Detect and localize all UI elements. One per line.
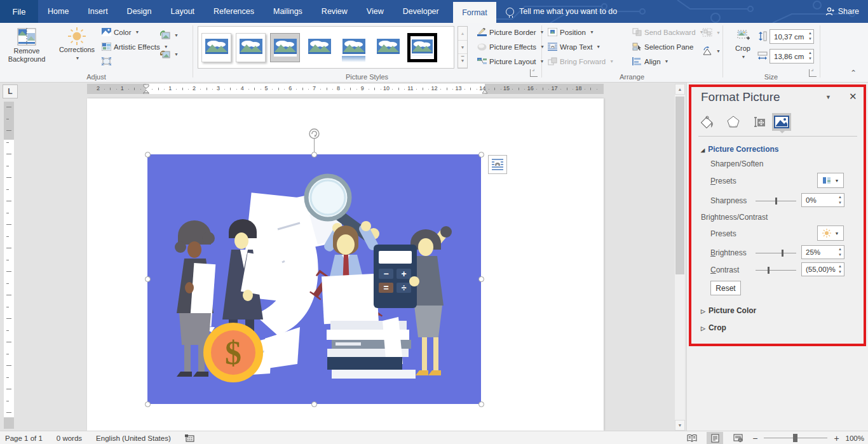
color-button[interactable]: Color ▼ [102,28,139,36]
picture-border-button[interactable]: Picture Border ▼ [477,28,544,36]
scroll-up-arrow[interactable]: ▲ [675,84,685,95]
pane-close-button[interactable]: ✕ [849,91,857,102]
sharpness-slider[interactable] [756,201,796,201]
brightness-spinner[interactable]: ▲▼ [838,246,842,258]
presets-sharpen-dropdown[interactable]: ▼ [817,173,844,188]
right-indent-marker[interactable] [482,89,488,94]
word-count[interactable]: 0 words [57,434,82,442]
pane-options-arrow[interactable]: ▼ [825,94,831,100]
tab-layout[interactable]: Layout [161,0,205,23]
brightness-field[interactable]: 25% ▲▼ [801,245,844,259]
picture-style-thumbnail-7[interactable] [407,33,437,62]
vertical-ruler[interactable] [4,102,14,429]
read-mode-button[interactable] [684,432,700,444]
presets-brightness-dropdown[interactable]: ▼ [817,225,844,241]
change-picture-button[interactable]: ▼ [160,30,179,39]
scrollbar-thumb[interactable] [675,97,684,274]
tab-stop-selector[interactable]: L [3,84,18,98]
tab-file[interactable]: File [0,0,38,23]
web-layout-button[interactable] [729,432,746,444]
section-crop[interactable]: ▷Crop [701,323,726,332]
zoom-slider-thumb[interactable] [793,434,797,442]
picture-effects-button[interactable]: Picture Effects ▼ [477,43,545,51]
document-scrollbar[interactable]: ▲ ▼ [675,84,685,431]
rotate-objects-button[interactable]: ▼ [702,46,721,55]
compress-pictures-button[interactable] [102,57,111,65]
picture-style-thumbnail-5[interactable] [339,33,369,62]
brightness-slider-thumb[interactable] [782,250,783,257]
shape-height-spinner[interactable]: ▲▼ [808,30,812,42]
share-button[interactable]: Share [825,0,859,23]
gallery-scroll-down[interactable]: ▼ [458,41,467,55]
horizontal-ruler[interactable]: 12123456789101112131415161718 [87,84,604,94]
resize-handle-ne[interactable] [478,152,484,158]
shape-width-spinner[interactable]: ▲▼ [808,50,812,62]
tab-fill-line[interactable] [698,113,717,131]
resize-handle-se[interactable] [478,401,484,407]
sharpness-field[interactable]: 0% ▲▼ [801,193,844,207]
tab-developer[interactable]: Developer [393,0,449,23]
tab-home[interactable]: Home [38,0,78,23]
selection-pane-button[interactable]: Selection Pane [632,43,693,51]
picture-style-thumbnail-3[interactable] [270,33,300,62]
zoom-slider[interactable] [764,438,827,438]
contrast-field[interactable]: (55,00)% ▲▼ [801,262,844,276]
gallery-more-button[interactable]: ▼▔ [458,54,467,68]
tab-effects[interactable] [724,113,743,131]
document-page[interactable]: TAX [87,98,604,431]
position-button[interactable]: Position ▼ [548,28,594,36]
tab-design[interactable]: Design [118,0,161,23]
reset-button[interactable]: Reset [710,281,741,295]
rotate-handle[interactable] [309,128,320,139]
layout-options-button[interactable] [488,155,507,174]
tab-references[interactable]: References [204,0,264,23]
resize-handle-n[interactable] [311,152,317,158]
contrast-spinner[interactable]: ▲▼ [838,264,842,275]
tab-review[interactable]: Review [312,0,357,23]
picture-style-thumbnail-1[interactable] [201,33,231,62]
reset-picture-button[interactable]: ▼ [160,50,179,58]
resize-handle-w[interactable] [145,276,151,282]
section-picture-color[interactable]: ▷Picture Color [701,306,756,315]
shape-width-field[interactable]: 13,86 cm ▲▼ [770,49,814,64]
tab-layout-properties[interactable] [749,113,768,131]
resize-handle-nw[interactable] [145,152,151,158]
zoom-level[interactable]: 100% [846,434,864,442]
selected-picture[interactable]: TAX [147,154,481,404]
resize-handle-sw[interactable] [145,401,151,407]
corrections-button[interactable]: Corrections ▼ [57,27,97,62]
resize-handle-s[interactable] [311,401,317,407]
scroll-down-arrow[interactable]: ▼ [675,420,685,431]
page-indicator[interactable]: Page 1 of 1 [5,434,43,442]
zoom-in-button[interactable]: + [834,433,839,443]
tab-insert[interactable]: Insert [78,0,117,23]
artistic-effects-button[interactable]: Artistic Effects ▼ [102,43,168,51]
wrap-text-button[interactable]: Wrap Text ▼ [548,43,600,51]
tab-view[interactable]: View [357,0,393,23]
zoom-out-button[interactable]: − [752,433,757,443]
brightness-slider[interactable] [756,253,796,253]
picture-style-thumbnail-4[interactable] [304,33,334,62]
picture-style-thumbnail-6[interactable] [373,33,403,62]
shape-height-field[interactable]: 10,37 cm ▲▼ [770,29,814,44]
align-button[interactable]: Align ▼ [632,57,669,65]
sharpness-slider-thumb[interactable] [775,198,777,205]
tab-mailings[interactable]: Mailings [264,0,312,23]
picture-style-thumbnail-2[interactable] [236,33,266,62]
crop-button[interactable]: Crop ▼ [730,27,756,61]
tell-me-box[interactable]: Tell me what you want to do [506,0,617,23]
print-layout-button[interactable] [707,432,723,444]
gallery-scroll-up[interactable]: ▲ [458,27,467,41]
tab-format-active[interactable]: Format [453,2,496,23]
sharpness-spinner[interactable]: ▲▼ [838,194,842,206]
contrast-slider[interactable] [756,270,796,271]
picture-layout-button[interactable]: Picture Layout ▼ [477,57,544,65]
remove-background-button[interactable]: Remove Background [6,27,47,64]
resize-handle-e[interactable] [478,276,484,282]
collapse-ribbon-button[interactable]: ⌃ [850,69,857,77]
contrast-slider-thumb[interactable] [768,267,770,274]
language-indicator[interactable]: English (United States) [96,434,171,442]
indent-markers[interactable] [143,84,149,94]
section-picture-corrections[interactable]: ◢Picture Corrections [701,145,779,154]
tab-picture[interactable] [772,113,791,131]
